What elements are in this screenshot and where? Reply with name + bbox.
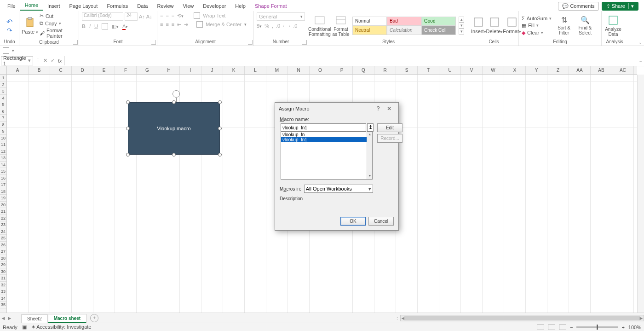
comments-button[interactable]: 💬 Comments [558,2,598,11]
row-header[interactable]: 15 [0,168,6,175]
row-header[interactable]: 24 [0,228,6,235]
row-header[interactable]: 10 [0,135,6,142]
alignment-launcher[interactable] [248,40,253,45]
row-header[interactable]: 11 [0,141,6,148]
tab-split-icon[interactable]: ⋮ [394,315,400,321]
shape-rotate-handle[interactable] [172,90,180,98]
align-top-icon[interactable]: ≡ [160,13,163,18]
row-header[interactable]: 32 [0,282,6,289]
col-header[interactable]: S [396,66,418,74]
shape-resize-handle[interactable] [126,127,130,130]
row-header[interactable]: 22 [0,215,6,222]
zoom-out-button[interactable]: − [570,325,573,330]
col-header[interactable]: K [223,66,245,74]
row-header[interactable]: 23 [0,221,6,228]
menu-tab-home[interactable]: Home [20,0,43,11]
style-good[interactable]: Good [421,17,456,26]
dec-decimal-icon[interactable]: ←.0 [288,23,297,29]
col-header[interactable]: J [201,66,223,74]
col-header[interactable]: E [93,66,115,74]
row-header[interactable]: 21 [0,208,6,215]
list-scrollbar[interactable]: ▴▾ [367,132,372,179]
formula-input[interactable] [64,56,637,65]
shape-resize-handle[interactable] [126,100,130,104]
col-header[interactable]: P [331,66,353,74]
percent-icon[interactable]: % [264,23,269,29]
menu-tab-insert[interactable]: Insert [43,1,65,11]
font-name-select[interactable]: Calibri (Body) [82,12,123,21]
undo-icon[interactable]: ↶ [6,17,12,26]
col-header[interactable]: C [50,66,72,74]
delete-cells-button[interactable]: Delete▾ [486,17,503,35]
autosum-button[interactable]: ΣAutoSum ▾ [522,15,552,22]
clear-button[interactable]: ◆Clear ▾ [522,29,552,36]
row-header[interactable]: 17 [0,181,6,188]
accounting-icon[interactable]: $▾ [257,23,262,29]
enter-entry-icon[interactable]: ✓ [49,58,56,64]
shape-resize-handle[interactable] [126,153,130,157]
row-header[interactable]: 9 [0,128,6,135]
style-neutral[interactable]: Neutral [352,26,387,35]
orientation-icon[interactable]: ⟲▾ [177,13,184,19]
select-all-corner[interactable] [0,66,7,75]
menu-tab-data[interactable]: Data [132,1,152,11]
gallery-more-icon[interactable]: ▾ [459,29,464,35]
macro-list-item[interactable]: vlookup_fn1 [281,137,372,142]
col-header[interactable]: AC [612,66,634,74]
col-header[interactable]: T [418,66,439,74]
row-header[interactable]: 30 [0,268,6,275]
macro-list-item[interactable]: vlookup_fn [281,132,372,137]
col-header[interactable]: L [245,66,266,74]
menu-tab-formulas[interactable]: Formulas [102,1,132,11]
normal-view-button[interactable] [537,325,544,330]
row-header[interactable]: 3 [0,88,6,95]
copy-button[interactable]: ⧉Copy ▾ [40,20,76,27]
fill-button[interactable]: ▦Fill ▾ [522,22,552,29]
row-header[interactable]: 5 [0,101,6,108]
column-headers[interactable]: ABCDEFGHIJKLMNOPQRSTUVWXYZAAABAC [7,66,637,75]
col-header[interactable]: I [180,66,201,74]
align-center-icon[interactable]: ≡ [166,22,168,27]
ok-button[interactable]: OK [340,217,366,226]
underline-button[interactable]: U [94,23,98,29]
col-header[interactable]: V [461,66,483,74]
sort-filter-button[interactable]: ⇅Sort & Filter [554,16,574,35]
col-header[interactable]: D [72,66,93,74]
accessibility-status[interactable]: ✶ Accessibility: Investigate [31,324,92,330]
col-header[interactable]: X [504,66,526,74]
style-check-cell[interactable]: Check Cell [421,26,456,35]
col-header[interactable]: M [266,66,288,74]
row-header[interactable]: 28 [0,255,6,262]
col-header[interactable]: Z [547,66,569,74]
zoom-in-button[interactable]: + [621,325,624,330]
formula-expand-icon[interactable]: ⌄ [637,58,644,64]
shape-resize-handle[interactable] [172,153,176,157]
row-header[interactable]: 33 [0,288,6,295]
ribbon-collapse-icon[interactable]: ⌄ [638,40,642,45]
row-header[interactable]: 19 [0,195,6,202]
menu-tab-view[interactable]: View [178,1,199,11]
macro-record-icon[interactable]: ▣ [22,324,27,330]
menu-tab-review[interactable]: Review [152,1,178,11]
cancel-entry-icon[interactable]: ✕ [41,58,49,64]
row-header[interactable]: 8 [0,122,6,128]
clipboard-launcher[interactable] [73,40,78,45]
zoom-slider[interactable] [576,326,618,328]
wrap-text-label[interactable]: Wrap Text [203,13,225,18]
style-calculation[interactable]: Calculation [387,26,421,35]
qat-button[interactable] [3,47,9,54]
dialog-help-button[interactable]: ? [373,105,384,112]
number-format-select[interactable]: General▾ [257,12,305,21]
row-header[interactable]: 35 [0,302,6,308]
border-button[interactable] [102,23,108,29]
font-color-button[interactable]: A▾ [122,23,128,29]
comma-icon[interactable]: , [272,23,273,29]
col-header[interactable]: U [439,66,461,74]
qat-dropdown-icon[interactable]: ▾ [12,48,14,53]
macro-list[interactable]: vlookup_fn vlookup_fn1 ▴▾ [281,132,373,180]
collapse-dialog-icon[interactable]: ↥ [367,123,374,132]
shape-resize-handle[interactable] [218,100,222,104]
name-box[interactable]: Rectangle 1▾ [1,56,33,65]
macro-name-input[interactable] [281,123,366,132]
edit-button[interactable]: Edit [377,123,402,132]
